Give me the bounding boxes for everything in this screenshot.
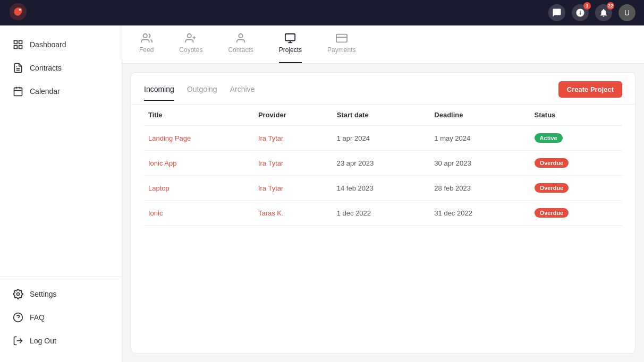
main-layout: Dashboard Contracts Calendar Setti bbox=[0, 25, 644, 362]
tab-projects-label: Projects bbox=[279, 46, 302, 54]
calendar-icon bbox=[13, 86, 23, 97]
table-row: Ionic Taras K. 1 dec 2022 31 dec 2022 Ov… bbox=[144, 201, 622, 226]
cell-provider-0: Ira Tytar bbox=[254, 126, 333, 151]
bell-icon-button[interactable]: 22 bbox=[595, 4, 612, 21]
sidebar-bottom: Settings FAQ Log Out bbox=[0, 277, 122, 354]
sidebar-item-calendar-label: Calendar bbox=[30, 87, 60, 96]
cell-title-1: Ionic App bbox=[144, 151, 254, 176]
table-body: Landing Page Ira Tytar 1 apr 2024 1 may … bbox=[144, 126, 622, 226]
tab-feed-label: Feed bbox=[139, 46, 154, 54]
sidebar-item-faq-label: FAQ bbox=[30, 313, 45, 322]
cell-title-3: Ionic bbox=[144, 201, 254, 226]
tab-bar: Feed Coyotes Contacts Projects bbox=[122, 25, 644, 64]
project-title-link-1[interactable]: Ionic App bbox=[148, 159, 177, 167]
sidebar-item-logout[interactable]: Log Out bbox=[6, 330, 115, 351]
cell-status-3: Overdue bbox=[530, 201, 622, 226]
project-title-link-3[interactable]: Ionic bbox=[148, 209, 163, 217]
col-status: Status bbox=[530, 105, 622, 126]
col-start-date: Start date bbox=[333, 105, 430, 126]
settings-icon bbox=[13, 289, 23, 299]
tab-coyotes-label: Coyotes bbox=[179, 46, 202, 54]
create-project-button[interactable]: Create Project bbox=[558, 81, 622, 98]
projects-tab-icon bbox=[284, 32, 296, 44]
svg-point-1 bbox=[19, 9, 21, 11]
svg-rect-8 bbox=[14, 88, 22, 96]
logout-icon bbox=[13, 335, 23, 346]
cell-deadline-1: 30 apr 2023 bbox=[430, 151, 530, 176]
projects-table-container: Title Provider Start date Deadline Statu… bbox=[131, 105, 635, 353]
avatar[interactable]: U bbox=[618, 4, 635, 21]
dashboard-icon bbox=[13, 39, 23, 50]
chat-icon-button[interactable] bbox=[548, 4, 565, 21]
svg-rect-2 bbox=[14, 41, 18, 44]
cell-provider-1: Ira Tytar bbox=[254, 151, 333, 176]
project-provider-link-2[interactable]: Ira Tytar bbox=[258, 184, 283, 192]
sidebar-item-calendar[interactable]: Calendar bbox=[6, 81, 115, 102]
svg-rect-21 bbox=[285, 33, 295, 40]
tab-payments-label: Payments bbox=[327, 46, 355, 54]
cell-deadline-2: 28 feb 2023 bbox=[430, 176, 530, 201]
status-badge-1: Overdue bbox=[535, 158, 569, 168]
cell-status-0: Active bbox=[530, 126, 622, 151]
cell-status-1: Overdue bbox=[530, 151, 622, 176]
message-badge: 1 bbox=[583, 2, 591, 10]
sidebar-item-logout-label: Log Out bbox=[30, 337, 56, 345]
sidebar-item-contracts[interactable]: Contracts bbox=[6, 57, 115, 79]
table-row: Landing Page Ira Tytar 1 apr 2024 1 may … bbox=[144, 126, 622, 151]
project-provider-link-0[interactable]: Ira Tytar bbox=[258, 134, 283, 142]
tab-payments[interactable]: Payments bbox=[327, 25, 355, 63]
col-title: Title bbox=[144, 105, 254, 126]
logo bbox=[9, 2, 28, 23]
table-row: Ionic App Ira Tytar 23 apr 2023 30 apr 2… bbox=[144, 151, 622, 176]
cell-status-2: Overdue bbox=[530, 176, 622, 201]
cell-start-date-0: 1 apr 2024 bbox=[333, 126, 430, 151]
content-area: Feed Coyotes Contacts Projects bbox=[122, 25, 644, 362]
page-content: Incoming Outgoing Archive Create Project… bbox=[131, 72, 635, 354]
cell-provider-3: Taras K. bbox=[254, 201, 333, 226]
project-provider-link-1[interactable]: Ira Tytar bbox=[258, 159, 283, 167]
topbar: 1 22 U bbox=[0, 0, 644, 25]
sidebar-item-dashboard-label: Dashboard bbox=[30, 40, 66, 49]
sub-tab-archive[interactable]: Archive bbox=[230, 85, 255, 101]
contracts-icon bbox=[13, 63, 23, 73]
projects-table: Title Provider Start date Deadline Statu… bbox=[144, 105, 622, 226]
tab-coyotes[interactable]: Coyotes bbox=[179, 25, 202, 63]
svg-rect-24 bbox=[336, 34, 347, 42]
sidebar-item-faq[interactable]: FAQ bbox=[6, 307, 115, 328]
payments-tab-icon bbox=[336, 32, 348, 44]
message-icon-button[interactable]: 1 bbox=[572, 4, 589, 21]
faq-icon bbox=[13, 312, 23, 323]
bell-badge: 22 bbox=[607, 2, 614, 10]
sidebar: Dashboard Contracts Calendar Setti bbox=[0, 25, 122, 362]
status-badge-0: Active bbox=[535, 133, 563, 143]
topbar-right: 1 22 U bbox=[548, 4, 635, 21]
coyotes-tab-icon bbox=[185, 32, 197, 44]
sub-tabs: Incoming Outgoing Archive Create Project bbox=[131, 73, 635, 105]
sidebar-item-dashboard[interactable]: Dashboard bbox=[6, 34, 115, 55]
svg-rect-4 bbox=[14, 46, 18, 49]
svg-point-16 bbox=[143, 33, 147, 37]
sidebar-item-settings[interactable]: Settings bbox=[6, 283, 115, 305]
contacts-tab-icon bbox=[235, 32, 247, 44]
sub-tab-incoming[interactable]: Incoming bbox=[144, 85, 174, 101]
status-badge-2: Overdue bbox=[535, 183, 569, 193]
svg-rect-3 bbox=[19, 41, 22, 44]
sidebar-item-settings-label: Settings bbox=[30, 290, 57, 298]
cell-deadline-0: 1 may 2024 bbox=[430, 126, 530, 151]
feed-tab-icon bbox=[141, 32, 152, 44]
cell-provider-2: Ira Tytar bbox=[254, 176, 333, 201]
tab-contacts[interactable]: Contacts bbox=[228, 25, 253, 63]
project-title-link-2[interactable]: Laptop bbox=[148, 184, 170, 192]
svg-point-17 bbox=[188, 33, 191, 37]
col-deadline: Deadline bbox=[430, 105, 530, 126]
cell-start-date-1: 23 apr 2023 bbox=[333, 151, 430, 176]
project-title-link-0[interactable]: Landing Page bbox=[148, 134, 191, 142]
tab-projects[interactable]: Projects bbox=[279, 25, 302, 63]
svg-point-20 bbox=[239, 33, 242, 37]
sidebar-nav: Dashboard Contracts Calendar bbox=[0, 34, 122, 272]
sub-tab-outgoing[interactable]: Outgoing bbox=[187, 85, 217, 101]
project-provider-link-3[interactable]: Taras K. bbox=[258, 209, 284, 217]
table-row: Laptop Ira Tytar 14 feb 2023 28 feb 2023… bbox=[144, 176, 622, 201]
tab-feed[interactable]: Feed bbox=[139, 25, 154, 63]
col-provider: Provider bbox=[254, 105, 333, 126]
